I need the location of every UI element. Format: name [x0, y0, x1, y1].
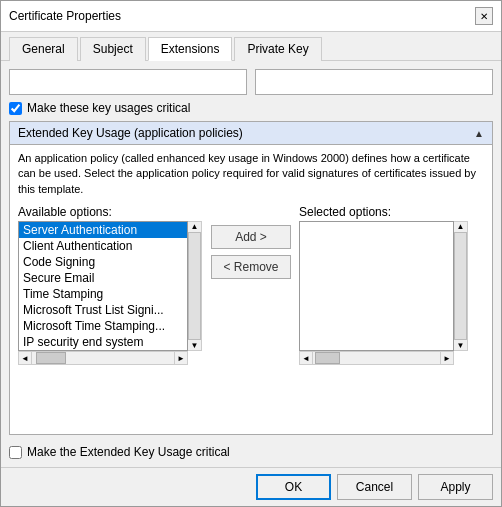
list-item[interactable]: Server Authentication [19, 222, 187, 238]
scroll-up-arrow-right[interactable]: ▲ [457, 222, 465, 231]
footer: OK Cancel Apply [1, 467, 501, 506]
extended-critical-checkbox-row: Make the Extended Key Usage critical [9, 441, 493, 459]
list-item[interactable]: Microsoft Time Stamping... [19, 318, 187, 334]
remove-button[interactable]: < Remove [211, 255, 291, 279]
group-header-text: Extended Key Usage (application policies… [18, 126, 243, 140]
tab-extensions[interactable]: Extensions [148, 37, 233, 61]
critical-checkbox-label: Make these key usages critical [27, 101, 190, 115]
list-item[interactable]: IP security end system [19, 334, 187, 350]
critical-checkbox-row: Make these key usages critical [9, 101, 493, 115]
tab-bar: General Subject Extensions Private Key [1, 32, 501, 61]
options-area: Available options: Server Authentication… [18, 205, 484, 365]
certificate-properties-window: Certificate Properties ✕ General Subject… [0, 0, 502, 507]
text-field-right[interactable] [255, 69, 493, 95]
tab-subject[interactable]: Subject [80, 37, 146, 61]
selected-options-section: Selected options: ▲ ▼ ◄ [299, 205, 484, 365]
group-description: An application policy (called enhanced k… [18, 151, 484, 197]
main-content: Make these key usages critical Extended … [1, 61, 501, 467]
apply-button[interactable]: Apply [418, 474, 493, 500]
available-listbox-vscrollbar[interactable]: ▲ ▼ [188, 221, 202, 351]
selected-listbox-vscrollbar[interactable]: ▲ ▼ [454, 221, 468, 351]
add-remove-buttons: Add > < Remove [211, 205, 291, 279]
top-fields [9, 69, 493, 95]
scroll-down-arrow-right[interactable]: ▼ [457, 341, 465, 350]
title-bar-buttons: ✕ [475, 7, 493, 25]
list-item[interactable]: Secure Email [19, 270, 187, 286]
selected-options-label: Selected options: [299, 205, 484, 219]
critical-checkbox[interactable] [9, 102, 22, 115]
text-field-left[interactable] [9, 69, 247, 95]
available-options-listbox[interactable]: Server Authentication Client Authenticat… [18, 221, 188, 351]
tab-general[interactable]: General [9, 37, 78, 61]
selected-listbox-hscrollbar[interactable]: ◄ ► [299, 351, 454, 365]
window-title: Certificate Properties [9, 9, 121, 23]
extended-critical-checkbox[interactable] [9, 446, 22, 459]
scroll-up-arrow[interactable]: ▲ [191, 222, 199, 231]
selected-options-listbox[interactable] [299, 221, 454, 351]
cancel-button[interactable]: Cancel [337, 474, 412, 500]
title-bar: Certificate Properties ✕ [1, 1, 501, 32]
list-item[interactable]: Time Stamping [19, 286, 187, 302]
add-button[interactable]: Add > [211, 225, 291, 249]
chevron-up-icon: ▲ [474, 128, 484, 139]
tab-private-key[interactable]: Private Key [234, 37, 321, 61]
available-options-section: Available options: Server Authentication… [18, 205, 203, 365]
scroll-down-arrow[interactable]: ▼ [191, 341, 199, 350]
list-item[interactable]: Microsoft Trust List Signi... [19, 302, 187, 318]
extended-key-usage-group: Extended Key Usage (application policies… [9, 121, 493, 435]
close-button[interactable]: ✕ [475, 7, 493, 25]
extended-critical-checkbox-label: Make the Extended Key Usage critical [27, 445, 230, 459]
group-header[interactable]: Extended Key Usage (application policies… [10, 122, 492, 145]
group-body: An application policy (called enhanced k… [10, 145, 492, 371]
available-listbox-hscrollbar[interactable]: ◄ ► [18, 351, 188, 365]
available-options-label: Available options: [18, 205, 203, 219]
list-item[interactable]: Code Signing [19, 254, 187, 270]
list-item[interactable]: Client Authentication [19, 238, 187, 254]
ok-button[interactable]: OK [256, 474, 331, 500]
